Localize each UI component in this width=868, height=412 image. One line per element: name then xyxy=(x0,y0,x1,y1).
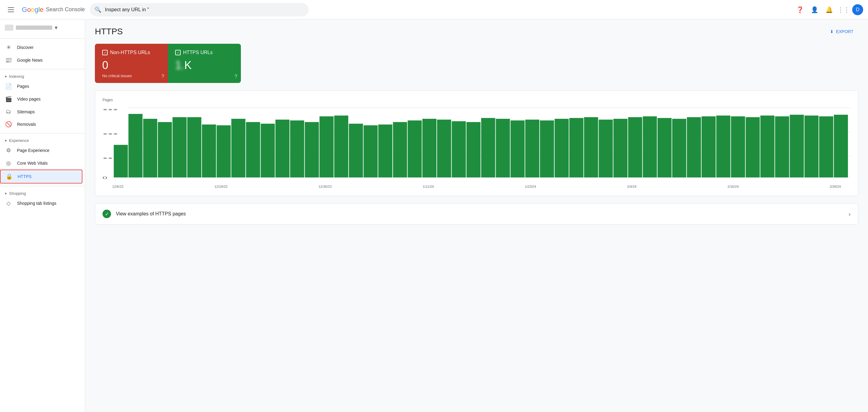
sidebar-item-label: Core Web Vitals xyxy=(17,161,48,166)
x-label-1: 12/6/23 xyxy=(112,185,123,188)
x-axis-labels: 12/6/23 12/18/23 12/30/23 1/11/24 1/23/2… xyxy=(102,183,851,188)
check-circle-icon: ✓ xyxy=(102,210,111,218)
divider-2 xyxy=(0,133,85,133)
google-wordmark: Google xyxy=(22,6,43,14)
pages-icon: 📄 xyxy=(5,83,12,90)
sidebar-item-sitemaps[interactable]: 🗂 Sitemaps xyxy=(0,105,83,118)
stats-row: ✓ Non-HTTPS URLs 0 No critical issues ? … xyxy=(95,44,241,83)
checkbox-icon-green: ✓ xyxy=(175,50,181,55)
sidebar-item-label: HTTPS xyxy=(18,174,32,179)
sidebar-item-https[interactable]: 🔒 HTTPS xyxy=(0,170,83,183)
sidebar-item-video-pages[interactable]: 🎬 Video pages xyxy=(0,93,83,105)
chevron-right-icon: › xyxy=(848,211,851,217)
page-title: HTTPS xyxy=(95,27,123,36)
google-news-icon: 📰 xyxy=(5,57,12,64)
divider-1 xyxy=(0,69,85,69)
sidebar-item-label: Pages xyxy=(17,84,29,89)
property-name xyxy=(16,26,52,30)
notifications-button[interactable]: 🔔 xyxy=(823,4,835,16)
sidebar-item-label: Page Experience xyxy=(17,148,50,153)
non-https-label: ✓ Non-HTTPS URLs xyxy=(102,50,161,55)
bar-chart-canvas xyxy=(102,105,851,183)
https-value-blurred: 1. xyxy=(175,59,184,71)
help-icon-green[interactable]: ? xyxy=(235,74,237,79)
chart-container: Pages ●●● ●●● ●●● 0 12/6/23 xyxy=(95,90,858,196)
removals-icon: 🚫 xyxy=(5,121,12,128)
x-label-5: 1/23/24 xyxy=(525,185,536,188)
sidebar: ▾ ✳ Discover 📰 Google News ▾ Indexing 📄 … xyxy=(0,20,85,412)
collapse-icon: ▾ xyxy=(5,74,7,79)
sidebar-item-label: Sitemaps xyxy=(17,109,35,114)
hamburger-icon xyxy=(5,5,17,14)
x-label-2: 12/18/23 xyxy=(214,185,227,188)
page-experience-icon: ⚙ xyxy=(5,147,12,154)
divider-3 xyxy=(0,186,85,186)
sidebar-item-removals[interactable]: 🚫 Removals xyxy=(0,118,83,131)
property-dropdown-arrow: ▾ xyxy=(55,24,58,31)
topbar-actions: ❓ 👤 🔔 ⋮⋮ D xyxy=(794,4,863,16)
shopping-icon: ◇ xyxy=(5,200,12,207)
sidebar-item-label: Shopping tab listings xyxy=(17,201,56,206)
https-label: ✓ HTTPS URLs xyxy=(175,50,234,55)
export-button[interactable]: ⬇ EXPORT xyxy=(825,27,858,36)
x-label-3: 12/30/23 xyxy=(318,185,332,188)
shopping-section-header[interactable]: ▾ Shopping xyxy=(0,189,85,197)
sidebar-item-label: Removals xyxy=(17,122,36,127)
non-https-card: ✓ Non-HTTPS URLs 0 No critical issues ? xyxy=(95,44,168,83)
sidebar-item-pages[interactable]: 📄 Pages xyxy=(0,80,83,93)
experience-section-header[interactable]: ▾ Experience xyxy=(0,136,85,144)
product-name: Search Console xyxy=(46,6,85,13)
view-examples-text: View examples of HTTPS pages xyxy=(116,211,844,217)
section-label: Experience xyxy=(9,138,29,143)
chart-y-label: Pages xyxy=(102,98,851,102)
sidebar-item-label: Discover xyxy=(17,45,33,50)
logo: Google Search Console xyxy=(22,6,85,14)
sidebar-item-shopping-tab-listings[interactable]: ◇ Shopping tab listings xyxy=(0,197,83,210)
https-value: 1.K xyxy=(175,59,234,72)
video-pages-icon: 🎬 xyxy=(5,96,12,102)
section-label: Indexing xyxy=(9,74,24,79)
checkbox-icon: ✓ xyxy=(102,50,108,55)
discover-icon: ✳ xyxy=(5,44,12,51)
search-icon: 🔍 xyxy=(95,6,101,13)
https-icon: 🔒 xyxy=(5,173,13,180)
non-https-subtext: No critical issues xyxy=(102,73,161,78)
export-label: EXPORT xyxy=(836,29,854,34)
avatar[interactable]: D xyxy=(852,4,863,15)
apps-button[interactable]: ⋮⋮ xyxy=(838,4,850,16)
layout: ▾ ✳ Discover 📰 Google News ▾ Indexing 📄 … xyxy=(0,20,868,412)
chart-area: ●●● ●●● ●●● 0 xyxy=(102,105,851,183)
sidebar-item-label: Video pages xyxy=(17,97,41,101)
https-value-unit: K xyxy=(184,59,192,71)
page-header: HTTPS ⬇ EXPORT xyxy=(95,27,858,36)
property-icon xyxy=(5,25,13,31)
collapse-icon: ▾ xyxy=(5,139,7,143)
search-bar[interactable]: 🔍 xyxy=(90,3,309,16)
hamburger-button[interactable] xyxy=(5,4,17,16)
x-label-6: 2/4/24 xyxy=(627,185,637,188)
x-label-4: 1/11/24 xyxy=(423,185,434,188)
manage-users-button[interactable]: 👤 xyxy=(808,4,820,16)
topbar: Google Search Console 🔍 ❓ 👤 🔔 ⋮⋮ D xyxy=(0,0,868,20)
help-button[interactable]: ❓ xyxy=(794,4,806,16)
sidebar-item-google-news[interactable]: 📰 Google News xyxy=(0,54,83,67)
search-input[interactable] xyxy=(105,7,304,12)
non-https-value: 0 xyxy=(102,59,161,72)
property-selector[interactable]: ▾ xyxy=(0,22,85,36)
sidebar-item-discover[interactable]: ✳ Discover xyxy=(0,41,83,54)
core-web-vitals-icon: ◎ xyxy=(5,160,12,167)
section-label: Shopping xyxy=(9,191,26,196)
sitemaps-icon: 🗂 xyxy=(5,108,12,115)
x-label-8: 2/28/24 xyxy=(830,185,841,188)
sidebar-item-page-experience[interactable]: ⚙ Page Experience xyxy=(0,144,83,157)
divider-top xyxy=(0,38,85,39)
help-icon-red[interactable]: ? xyxy=(161,74,164,79)
main-content: HTTPS ⬇ EXPORT ✓ Non-HTTPS URLs 0 No cri… xyxy=(85,20,868,412)
view-examples-row[interactable]: ✓ View examples of HTTPS pages › xyxy=(95,203,858,225)
collapse-icon: ▾ xyxy=(5,192,7,196)
sidebar-item-core-web-vitals[interactable]: ◎ Core Web Vitals xyxy=(0,157,83,170)
x-label-7: 2/16/24 xyxy=(727,185,739,188)
sidebar-item-label: Google News xyxy=(17,58,42,63)
indexing-section-header[interactable]: ▾ Indexing xyxy=(0,72,85,80)
https-card: ✓ HTTPS URLs 1.K ? xyxy=(168,44,241,83)
